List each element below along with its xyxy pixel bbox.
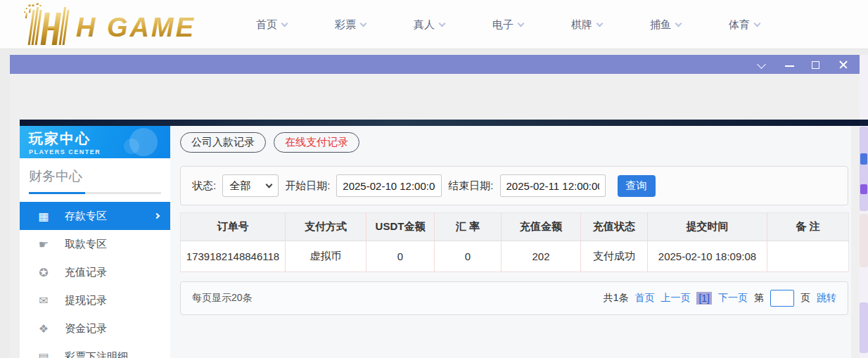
sidebar-item-recharge-records[interactable]: ✪ 充值记录 (20, 258, 170, 286)
col-pay-method: 支付方式 (286, 213, 366, 241)
jump-prefix-label: 第 (754, 292, 764, 305)
record-tabs: 公司入款记录 在线支付记录 (180, 132, 359, 153)
nav-label: 棋牌 (571, 18, 592, 32)
cell-recharge-amount: 202 (502, 241, 581, 272)
occluded-fragment (860, 302, 868, 353)
pager: 共1条 首页 上一页 [1] 下一页 第 页 跳转 (604, 290, 836, 307)
total-count: 共1条 (604, 292, 629, 305)
list-icon: ▤ (37, 350, 51, 358)
chevron-down-icon (518, 20, 525, 27)
cell-pay-method: 虚拟币 (286, 241, 366, 272)
logo-text: H GAME (76, 13, 196, 42)
sidebar-item-withdraw-zone[interactable]: ☛ 取款专区 (20, 230, 170, 258)
col-recharge-status: 充值状态 (581, 213, 648, 241)
chevron-right-icon (154, 213, 160, 219)
chevron-down-icon (596, 20, 604, 27)
prev-page-link[interactable]: 上一页 (660, 292, 690, 305)
occluded-fragment (860, 153, 867, 165)
table-header-row: 订单号 支付方式 USDT金额 汇 率 充值金额 充值状态 提交时间 备 注 (181, 213, 849, 241)
page-jump-input[interactable] (770, 290, 794, 307)
occluded-page-strip (860, 55, 868, 358)
records-table: 订单号 支付方式 USDT金额 汇 率 充值金额 充值状态 提交时间 备 注 1… (180, 212, 849, 272)
cell-recharge-status: 支付成功 (581, 241, 648, 272)
maximize-icon[interactable] (812, 60, 822, 70)
filter-bar: 状态: 全部 开始日期: 结束日期: 查询 (180, 166, 848, 205)
current-page-indicator: [1] (696, 292, 712, 305)
occluded-divider-fragment (860, 120, 868, 126)
nav-item-slots[interactable]: 电子 (468, 18, 547, 32)
close-icon[interactable] (838, 60, 848, 70)
money-bag-icon: ✪ (37, 266, 51, 279)
nav-label: 首页 (256, 18, 277, 32)
coins-bag-icon: ❖ (37, 322, 51, 335)
tab-online-payment-records[interactable]: 在线支付记录 (274, 132, 359, 153)
status-select[interactable]: 全部 (222, 174, 279, 197)
section-underline (29, 192, 161, 194)
jump-suffix-label: 页 (800, 292, 810, 305)
gamepad-decoration (124, 139, 139, 154)
main-nav: 首页 彩票 真人 电子 棋牌 捕鱼 体育 (232, 0, 784, 49)
chevron-down-icon (281, 20, 288, 27)
chevron-down-icon (675, 20, 682, 27)
nav-item-lottery[interactable]: 彩票 (311, 18, 390, 32)
sidebar-item-withdrawal-records[interactable]: ✉ 提现记录 (20, 286, 170, 314)
cell-order-id: 1739182148846118 (181, 241, 286, 272)
col-remark: 备 注 (767, 213, 849, 241)
per-page-text: 每页显示20条 (192, 292, 253, 305)
divider-bar (20, 120, 867, 126)
logo-mark (20, 3, 70, 45)
nav-label: 彩票 (335, 18, 356, 32)
cell-remark (767, 241, 849, 272)
nav-item-cards[interactable]: 棋牌 (547, 18, 626, 32)
nav-label: 捕鱼 (650, 18, 671, 32)
cell-usdt-amount: 0 (366, 241, 435, 272)
sidebar-item-deposit-zone[interactable]: ▦ 存款专区 (20, 202, 170, 230)
sidebar-item-lottery-bet-details[interactable]: ▤ 彩票下注明细 (20, 343, 170, 358)
tab-company-deposit-records[interactable]: 公司入款记录 (180, 132, 266, 153)
first-page-link[interactable]: 首页 (634, 292, 654, 305)
minimize-icon[interactable] (785, 60, 795, 70)
nav-label: 电子 (492, 18, 513, 32)
col-recharge-amount: 充值金额 (502, 213, 581, 241)
col-usdt-amount: USDT金额 (366, 213, 435, 241)
wallet-icon: ✉ (37, 294, 51, 307)
cell-exchange-rate: 0 (435, 241, 502, 272)
window-titlebar (10, 55, 860, 74)
nav-item-home[interactable]: 首页 (232, 18, 311, 32)
chevron-down-icon (360, 20, 367, 27)
occluded-fragment (860, 127, 868, 211)
hand-money-icon: ☛ (37, 238, 51, 251)
sidebar-item-funds-records[interactable]: ❖ 资金记录 (20, 314, 170, 343)
chevron-down-icon (266, 181, 273, 188)
cell-submit-time: 2025-02-10 18:09:08 (648, 241, 767, 272)
jump-button[interactable]: 跳转 (817, 292, 836, 305)
end-date-label: 结束日期: (448, 179, 493, 193)
start-date-label: 开始日期: (285, 179, 330, 193)
main-content: 公司入款记录 在线支付记录 状态: 全部 开始日期: 结束日期: 查询 订单号 … (170, 126, 851, 358)
next-page-link[interactable]: 下一页 (718, 292, 748, 305)
nav-label: 真人 (414, 18, 435, 32)
col-order-id: 订单号 (181, 213, 286, 241)
status-label: 状态: (192, 179, 216, 193)
site-header: H GAME 首页 彩票 真人 电子 棋牌 捕鱼 体育 (0, 0, 868, 49)
col-submit-time: 提交时间 (648, 213, 767, 241)
start-date-input[interactable] (336, 174, 442, 197)
chevron-down-icon (439, 20, 446, 27)
bank-card-icon: ▦ (37, 210, 51, 223)
search-button[interactable]: 查询 (618, 175, 656, 197)
nav-item-live[interactable]: 真人 (390, 18, 468, 32)
nav-label: 体育 (729, 18, 750, 32)
sidebar-section-title: 财务中心 (20, 158, 170, 186)
nav-item-sports[interactable]: 体育 (705, 18, 784, 32)
collapse-icon[interactable] (758, 60, 768, 70)
nav-item-fishing[interactable]: 捕鱼 (626, 18, 705, 32)
site-logo[interactable]: H GAME (18, 3, 208, 46)
occluded-fragment (860, 214, 868, 267)
chevron-down-icon (754, 20, 761, 27)
sidebar: 玩家中心 PLAYERS CENTER 财务中心 ▦ 存款专区 ☛ 取款专区 ✪… (20, 126, 170, 358)
table-row: 1739182148846118 虚拟币 0 0 202 支付成功 2025-0… (181, 241, 849, 272)
occluded-fragment (860, 184, 867, 194)
end-date-input[interactable] (500, 174, 606, 197)
sidebar-header: 玩家中心 PLAYERS CENTER (20, 126, 170, 158)
col-exchange-rate: 汇 率 (435, 213, 502, 241)
